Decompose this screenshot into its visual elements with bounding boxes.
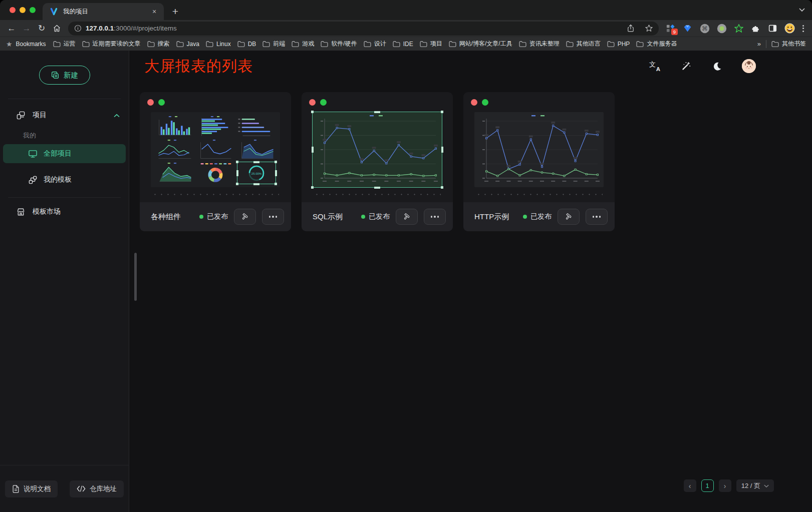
project-card-list: 25.00% 各种组件 已发布	[129, 82, 812, 231]
extensions-puzzle-icon[interactable]	[749, 22, 762, 35]
bookmark-folder[interactable]: 搜索	[147, 40, 170, 48]
edit-project-button[interactable]	[234, 209, 256, 225]
language-translate-icon[interactable]: 文A	[649, 60, 661, 72]
bookmark-folder[interactable]: 资讯未整理	[519, 40, 560, 48]
zoom-window-button[interactable]	[30, 7, 36, 13]
docs-button[interactable]: 说明文档	[5, 480, 58, 497]
bookmark-star-icon[interactable]	[642, 23, 656, 35]
http-line-chart	[474, 112, 604, 187]
command-extension-icon[interactable]: ⌘	[698, 22, 711, 35]
project-thumbnail[interactable]	[474, 112, 604, 187]
browser-tab[interactable]: 我的项目 ×	[43, 3, 164, 20]
folder-icon	[636, 41, 644, 47]
sidebar-item-template-market[interactable]: 模板市场	[0, 201, 129, 223]
bookmarks-manager-item[interactable]: ★ Bookmarks	[6, 40, 46, 48]
side-panel-icon[interactable]	[766, 22, 779, 35]
new-tab-button[interactable]: +	[168, 4, 183, 19]
home-button[interactable]	[49, 22, 64, 36]
more-actions-button[interactable]	[424, 209, 446, 225]
close-window-button[interactable]	[10, 7, 16, 13]
bookmark-folder[interactable]: 游戏	[292, 40, 314, 48]
minimize-window-button[interactable]	[20, 7, 26, 13]
app-root: 新建 项目 我的 全部项目	[0, 51, 812, 512]
project-thumbnail[interactable]	[313, 112, 442, 187]
gem-extension-icon[interactable]	[681, 22, 694, 35]
mini-area-chart	[236, 138, 277, 162]
url-text: 127.0.0.1:3000/#/project/items	[86, 25, 177, 32]
project-thumbnail[interactable]: 25.00%	[151, 112, 280, 187]
folder-icon	[237, 41, 245, 47]
forward-button[interactable]: →	[19, 22, 34, 36]
profile-avatar-icon[interactable]	[783, 22, 796, 35]
tab-close-icon[interactable]: ×	[150, 7, 159, 16]
magic-wand-icon[interactable]	[680, 60, 692, 72]
bookmark-folder[interactable]: Linux	[206, 41, 231, 48]
user-avatar[interactable]	[742, 59, 756, 73]
sidebar-item-my-templates[interactable]: 我的模板	[3, 170, 126, 189]
edit-project-button[interactable]	[558, 209, 580, 225]
mini-donut-chart	[195, 161, 236, 185]
bookmark-folder[interactable]: 文件服务器	[636, 40, 677, 48]
project-card: 25.00% 各种组件 已发布	[140, 92, 291, 231]
sql-line-chart	[313, 112, 442, 187]
template-flow-icon	[28, 175, 38, 185]
bookmark-folder[interactable]: 其他语言	[566, 40, 601, 48]
folder-icon	[82, 41, 90, 47]
current-page-button[interactable]: 1	[701, 479, 714, 492]
card-green-dot	[158, 99, 165, 106]
dark-mode-moon-icon[interactable]	[711, 60, 723, 72]
publish-status: 已发布	[199, 212, 228, 221]
bookmark-folder[interactable]: IDE	[393, 41, 413, 48]
more-actions-button[interactable]	[586, 209, 608, 225]
folder-icon	[393, 41, 400, 47]
bookmark-folder[interactable]: 前端	[262, 40, 285, 48]
share-icon[interactable]	[624, 23, 638, 35]
address-bar[interactable]: 127.0.0.1:3000/#/project/items	[68, 22, 659, 36]
prev-page-button[interactable]: ‹	[684, 479, 696, 492]
page-size-select[interactable]: 12 / 页	[736, 479, 774, 492]
other-bookmarks-folder[interactable]: 其他书签	[771, 40, 806, 48]
sidebar-item-all-projects[interactable]: 全部项目	[3, 144, 126, 163]
bookmark-folder[interactable]: 软件/硬件	[321, 40, 357, 48]
recorder-extension-icon[interactable]	[715, 22, 728, 35]
new-project-button[interactable]: 新建	[39, 66, 90, 85]
green-star-extension-icon[interactable]	[732, 22, 745, 35]
more-actions-button[interactable]	[262, 209, 284, 225]
browser-toolbar: ← → ↻ 127.0.0.1:3000/#/project/items 9	[0, 20, 812, 37]
chevron-up-icon	[114, 111, 120, 119]
sidebar-item-project[interactable]: 项目	[0, 104, 129, 126]
bookmark-folder[interactable]: 设计	[364, 40, 386, 48]
next-page-button[interactable]: ›	[719, 479, 731, 492]
bookmark-folder[interactable]: DB	[237, 41, 256, 48]
tab-strip: 我的项目 × +	[0, 0, 812, 20]
edit-project-button[interactable]	[396, 209, 418, 225]
folder-icon	[53, 41, 61, 47]
bookmarks-overflow-chevron[interactable]: »	[757, 40, 761, 48]
scrollbar-thumb[interactable]	[134, 253, 137, 301]
reload-button[interactable]: ↻	[34, 22, 49, 36]
dotted-separator	[152, 194, 279, 195]
tab-search-chevron-icon[interactable]	[799, 0, 805, 20]
site-info-icon[interactable]	[74, 25, 82, 32]
extensions-row: 9 ⌘	[662, 22, 798, 35]
browser-menu-icon[interactable]	[798, 25, 808, 32]
bookmark-folder[interactable]: 网站/博客/文章/工具	[449, 40, 512, 48]
bookmark-folder[interactable]: 项目	[420, 40, 442, 48]
bookmark-folder[interactable]: 运营	[53, 40, 76, 48]
browser-window: 我的项目 × + ← → ↻ 127.0.0.1:3000/#/project/…	[0, 0, 812, 512]
hammer-icon	[564, 212, 573, 221]
pagination: ‹ 1 › 12 / 页	[684, 479, 774, 492]
bookmark-folder[interactable]: 近期需要读的文章	[82, 40, 141, 48]
page-title: 大屏报表的列表	[144, 56, 253, 77]
back-button[interactable]: ←	[4, 22, 19, 36]
bookmark-folder[interactable]: Java	[176, 41, 199, 48]
sidebar-divider	[8, 99, 121, 99]
mini-line-chart	[195, 138, 236, 162]
translate-extension-icon[interactable]: 9	[664, 22, 677, 35]
mini-gauge-selected: 25.00%	[237, 162, 276, 184]
mini-bar-chart	[154, 115, 195, 138]
bookmark-folder[interactable]: PHP	[607, 41, 630, 48]
repo-button[interactable]: 仓库地址	[70, 480, 124, 497]
dotted-separator	[314, 194, 441, 195]
folder-icon	[519, 41, 526, 47]
